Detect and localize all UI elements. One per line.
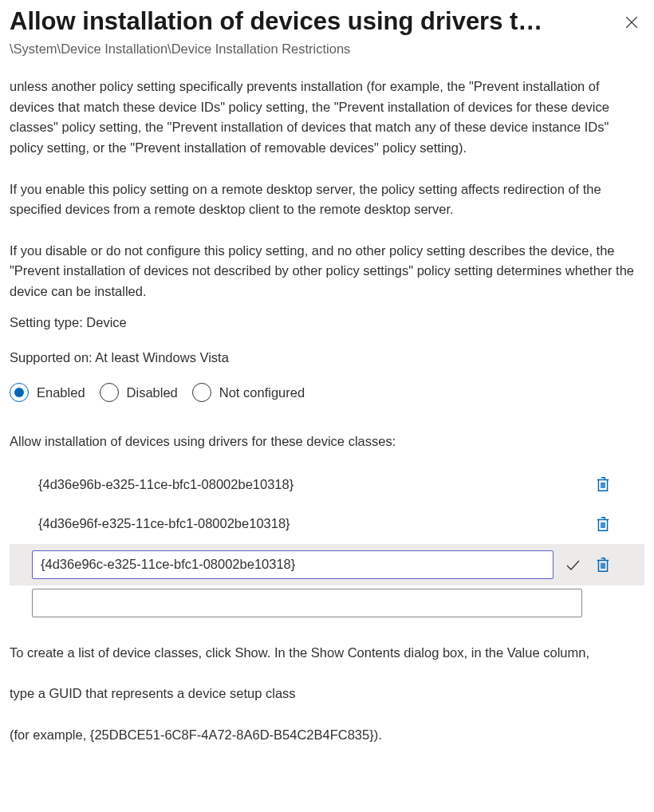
device-classes-row-new — [10, 585, 644, 621]
device-classes-row: {4d36e96f-e325-11ce-bfc1-08002be10318} — [10, 504, 644, 544]
radio-label: Disabled — [127, 383, 178, 404]
delete-row-button[interactable] — [592, 554, 614, 576]
radio-disabled[interactable]: Disabled — [100, 383, 178, 404]
close-button[interactable] — [619, 10, 644, 35]
trash-icon — [596, 516, 610, 532]
radio-icon — [100, 383, 119, 402]
device-class-value: {4d36e96f-e325-11ce-bfc1-08002be10318} — [10, 509, 584, 539]
radio-icon — [192, 383, 211, 402]
device-classes-row: {4d36e96b-e325-11ce-bfc1-08002be10318} — [10, 465, 644, 505]
footer-paragraph: To create a list of device classes, clic… — [10, 643, 644, 664]
delete-row-button[interactable] — [592, 473, 614, 495]
check-icon — [565, 557, 581, 573]
description-paragraph: If you enable this policy setting on a r… — [10, 179, 644, 220]
confirm-row-button[interactable] — [561, 554, 584, 576]
delete-row-button[interactable] — [592, 513, 614, 535]
radio-label: Not configured — [219, 383, 305, 404]
trash-icon — [596, 557, 610, 573]
description-paragraph: If you disable or do not configure this … — [10, 241, 644, 302]
radio-label: Enabled — [37, 383, 85, 404]
description-paragraph: unless another policy setting specifical… — [10, 77, 644, 158]
supported-on: Supported on: At least Windows Vista — [10, 348, 644, 369]
device-class-value: {4d36e96b-e325-11ce-bfc1-08002be10318} — [10, 470, 584, 500]
radio-icon — [10, 383, 29, 402]
setting-type: Setting type: Device — [10, 313, 644, 333]
footer-paragraph: type a GUID that represents a device set… — [10, 684, 644, 704]
radio-enabled[interactable]: Enabled — [10, 383, 85, 404]
device-class-input[interactable] — [32, 550, 554, 579]
state-radio-group: Enabled Disabled Not configured — [10, 383, 644, 404]
trash-icon — [596, 476, 610, 492]
device-classes-row-editing — [10, 544, 644, 585]
footer-help-text: To create a list of device classes, clic… — [10, 643, 644, 746]
device-classes-list: {4d36e96b-e325-11ce-bfc1-08002be10318} {… — [10, 465, 644, 621]
device-class-new-input[interactable] — [32, 589, 582, 617]
device-classes-label: Allow installation of devices using driv… — [10, 432, 644, 452]
page-title: Allow installation of devices using driv… — [10, 6, 611, 37]
policy-description: unless another policy setting specifical… — [10, 77, 644, 302]
radio-not-configured[interactable]: Not configured — [192, 383, 305, 404]
breadcrumb: \System\Device Installation\Device Insta… — [10, 39, 644, 60]
footer-paragraph: (for example, {25DBCE51-6C8F-4A72-8A6D-B… — [10, 725, 644, 746]
close-icon — [624, 15, 639, 30]
